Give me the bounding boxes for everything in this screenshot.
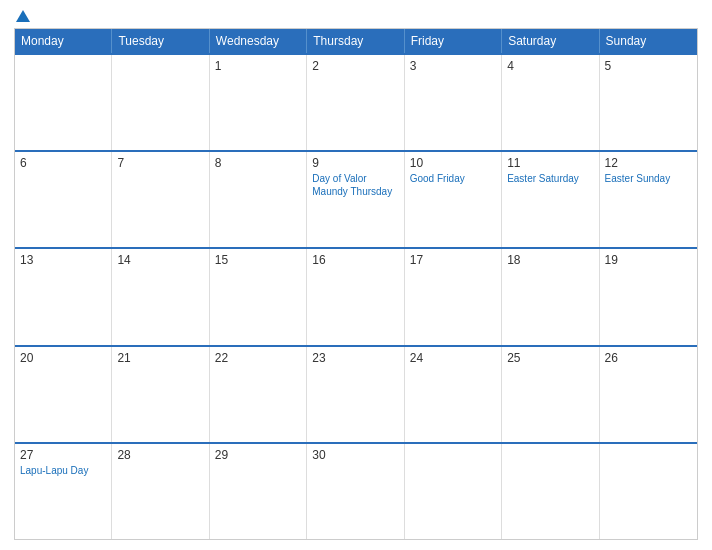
day-number: 3 xyxy=(410,59,496,73)
calendar-cell: 22 xyxy=(210,347,307,442)
day-number: 10 xyxy=(410,156,496,170)
page: MondayTuesdayWednesdayThursdayFridaySatu… xyxy=(0,0,712,550)
weekday-header-wednesday: Wednesday xyxy=(210,29,307,53)
weekday-header-friday: Friday xyxy=(405,29,502,53)
weekday-header-monday: Monday xyxy=(15,29,112,53)
calendar: MondayTuesdayWednesdayThursdayFridaySatu… xyxy=(14,28,698,540)
holiday-label: Day of ValorMaundy Thursday xyxy=(312,172,398,198)
calendar-cell: 4 xyxy=(502,55,599,150)
calendar-cell: 18 xyxy=(502,249,599,344)
weekday-header: MondayTuesdayWednesdayThursdayFridaySatu… xyxy=(15,29,697,53)
day-number: 5 xyxy=(605,59,692,73)
calendar-row-3: 13141516171819 xyxy=(15,247,697,344)
calendar-cell: 20 xyxy=(15,347,112,442)
day-number: 8 xyxy=(215,156,301,170)
calendar-cell: 17 xyxy=(405,249,502,344)
calendar-cell: 14 xyxy=(112,249,209,344)
calendar-cell: 16 xyxy=(307,249,404,344)
day-number: 9 xyxy=(312,156,398,170)
calendar-cell: 1 xyxy=(210,55,307,150)
calendar-cell: 13 xyxy=(15,249,112,344)
calendar-cell xyxy=(15,55,112,150)
holiday-label: Easter Sunday xyxy=(605,172,692,185)
day-number: 17 xyxy=(410,253,496,267)
calendar-cell: 11Easter Saturday xyxy=(502,152,599,247)
calendar-cell xyxy=(405,444,502,539)
calendar-cell: 24 xyxy=(405,347,502,442)
day-number: 18 xyxy=(507,253,593,267)
calendar-cell: 27Lapu-Lapu Day xyxy=(15,444,112,539)
day-number: 20 xyxy=(20,351,106,365)
calendar-row-1: 12345 xyxy=(15,53,697,150)
weekday-header-tuesday: Tuesday xyxy=(112,29,209,53)
day-number: 23 xyxy=(312,351,398,365)
calendar-cell xyxy=(600,444,697,539)
day-number: 13 xyxy=(20,253,106,267)
day-number: 12 xyxy=(605,156,692,170)
calendar-cell: 23 xyxy=(307,347,404,442)
calendar-cell: 12Easter Sunday xyxy=(600,152,697,247)
weekday-header-sunday: Sunday xyxy=(600,29,697,53)
calendar-cell xyxy=(112,55,209,150)
day-number: 27 xyxy=(20,448,106,462)
calendar-cell: 30 xyxy=(307,444,404,539)
calendar-cell: 19 xyxy=(600,249,697,344)
day-number: 29 xyxy=(215,448,301,462)
calendar-header xyxy=(14,10,698,22)
holiday-label: Lapu-Lapu Day xyxy=(20,464,106,477)
day-number: 6 xyxy=(20,156,106,170)
holiday-label: Easter Saturday xyxy=(507,172,593,185)
day-number: 7 xyxy=(117,156,203,170)
day-number: 24 xyxy=(410,351,496,365)
calendar-cell: 3 xyxy=(405,55,502,150)
calendar-cell: 28 xyxy=(112,444,209,539)
calendar-row-4: 20212223242526 xyxy=(15,345,697,442)
day-number: 28 xyxy=(117,448,203,462)
calendar-cell: 10Good Friday xyxy=(405,152,502,247)
calendar-cell: 25 xyxy=(502,347,599,442)
day-number: 25 xyxy=(507,351,593,365)
calendar-cell: 21 xyxy=(112,347,209,442)
day-number: 19 xyxy=(605,253,692,267)
weekday-header-thursday: Thursday xyxy=(307,29,404,53)
calendar-cell: 6 xyxy=(15,152,112,247)
holiday-label: Good Friday xyxy=(410,172,496,185)
calendar-row-2: 6789Day of ValorMaundy Thursday10Good Fr… xyxy=(15,150,697,247)
day-number: 30 xyxy=(312,448,398,462)
day-number: 14 xyxy=(117,253,203,267)
calendar-cell: 15 xyxy=(210,249,307,344)
calendar-cell: 8 xyxy=(210,152,307,247)
logo-triangle-icon xyxy=(16,10,30,22)
logo xyxy=(14,10,32,22)
day-number: 1 xyxy=(215,59,301,73)
weekday-header-saturday: Saturday xyxy=(502,29,599,53)
calendar-cell: 26 xyxy=(600,347,697,442)
day-number: 2 xyxy=(312,59,398,73)
day-number: 4 xyxy=(507,59,593,73)
calendar-cell: 7 xyxy=(112,152,209,247)
day-number: 21 xyxy=(117,351,203,365)
day-number: 11 xyxy=(507,156,593,170)
calendar-cell xyxy=(502,444,599,539)
calendar-cell: 2 xyxy=(307,55,404,150)
day-number: 16 xyxy=(312,253,398,267)
calendar-body: 123456789Day of ValorMaundy Thursday10Go… xyxy=(15,53,697,539)
calendar-cell: 5 xyxy=(600,55,697,150)
day-number: 22 xyxy=(215,351,301,365)
day-number: 26 xyxy=(605,351,692,365)
calendar-cell: 9Day of ValorMaundy Thursday xyxy=(307,152,404,247)
day-number: 15 xyxy=(215,253,301,267)
calendar-row-5: 27Lapu-Lapu Day282930 xyxy=(15,442,697,539)
calendar-cell: 29 xyxy=(210,444,307,539)
